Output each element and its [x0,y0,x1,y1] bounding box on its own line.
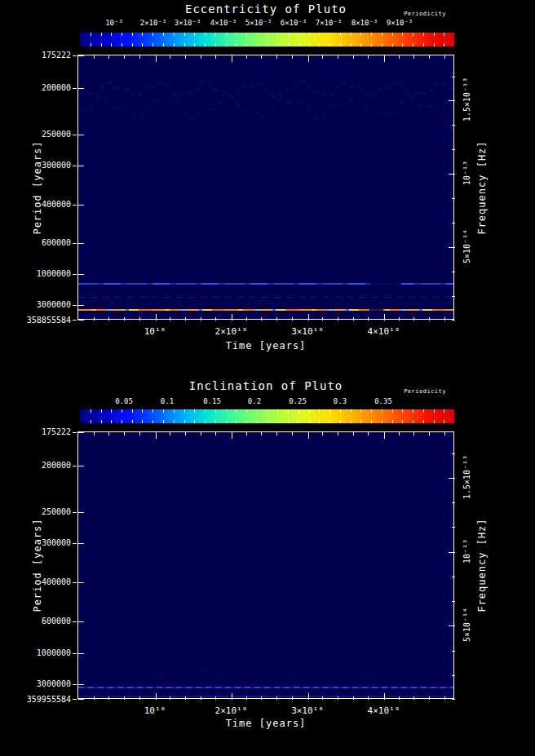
colorbar-tick [257,409,258,413]
colorbar-tick [184,33,185,36]
period-tick-label: 250000 [6,507,71,516]
colorbar-tick [382,420,382,423]
colorbar-tick [351,409,352,413]
colorbar-tick [382,409,382,413]
colorbar-tick [298,409,299,413]
plot-area-inclination [77,431,454,699]
colorbar-tick [122,43,122,46]
colorbar-tick [246,33,247,36]
colorbar-tick [288,43,289,46]
colorbar-tick [174,409,175,413]
colorbar-tick-label: 0.3 [334,397,347,405]
colorbar-tick [444,420,444,423]
colorbar-tick [277,409,278,413]
x-minor-tick [185,55,186,59]
colorbar-tick [444,43,444,46]
x-minor-tick [124,696,125,700]
x-minor-tick [413,432,414,435]
y-outer-tick [73,135,77,135]
x-major-tick [156,314,157,321]
colorbar-tick [371,420,372,423]
freq-minor-tick [452,272,455,272]
x-minor-tick [185,696,186,700]
colorbar-tick [434,43,435,46]
y-outer-tick [73,621,77,622]
x-minor-tick [215,317,216,321]
colorbar-tick [174,33,175,36]
freq-minor-tick [452,320,455,321]
colorbar-tick [444,409,444,413]
y-tick [78,135,84,135]
time-tick-label: 10¹⁰ [144,326,166,337]
x-minor-tick [368,317,369,321]
x-minor-tick [170,317,170,321]
colorbar-tick [298,420,299,423]
y-tick [78,466,84,466]
colorbar-tick [101,33,102,36]
colorbar-tick [288,33,289,36]
colorbar-tick [111,43,112,46]
y-tick [78,653,84,654]
x-minor-tick [399,696,400,700]
freq-minor-tick [452,527,455,528]
colorbar-tick [423,420,424,423]
x-minor-tick [429,55,430,59]
x-minor-tick [124,432,125,435]
colorbar-tick [257,420,258,423]
period-tick-label: 358855584 [6,316,71,325]
frequency-tick-label: 1.5×10⁻¹³ [462,455,471,499]
colorbar-tick [236,33,237,36]
frequency-tick-label: 10⁻¹³ [462,539,471,564]
colorbar-tick [236,420,237,423]
colorbar-title: Periodicity [77,11,446,17]
colorbar-tick [111,33,112,36]
x-minor-tick [322,317,323,321]
colorbar-tick [382,43,382,46]
colorbar-tick [142,33,143,36]
x-minor-tick [94,55,95,59]
colorbar-tick [205,420,206,423]
x-major-tick [308,693,309,700]
x-minor-tick [292,432,293,435]
colorbar-tick [392,409,393,413]
x-minor-tick [276,55,277,59]
x-major-tick [384,432,385,439]
x-minor-tick [399,317,400,321]
colorbar-tick [91,43,91,46]
colorbar-tick-labels: 0.050.10.150.20.250.30.35 [80,397,454,407]
colorbar-tick [360,409,361,413]
x-minor-tick [368,55,369,59]
x-minor-tick [413,696,414,700]
colorbar-tick [340,420,341,423]
colorbar-title: Periodicity [77,388,446,395]
colorbar-tick [413,43,413,46]
x-minor-tick [139,696,140,700]
x-major-tick [308,55,309,62]
colorbar-tick [360,33,361,36]
time-tick-label: 3×10¹⁰ [291,705,324,716]
x-minor-tick [399,432,400,435]
colorbar-tick [268,43,268,46]
colorbar-tick [329,409,330,413]
colorbar-tick [268,420,268,423]
frequency-tick-label: 10⁻¹³ [462,161,471,185]
colorbar-tick-label: 0.35 [374,397,392,405]
freq-minor-tick [452,453,455,454]
x-minor-tick [108,317,109,321]
colorbar-tick [257,43,258,46]
y-axis-label: Period [years] [32,140,43,234]
colorbar-tick [246,420,247,423]
x-major-tick [232,693,232,700]
colorbar-tick [309,420,310,423]
x-minor-tick [444,696,445,700]
colorbar-tick [277,33,278,36]
colorbar-tick [215,409,216,413]
y-tick [78,543,84,544]
figure-canvas: Eccentricity of Pluto Periodicity 10⁻³2×… [0,0,535,756]
colorbar-tick-label: 0.2 [248,397,261,405]
colorbar-tick [194,43,195,46]
x-minor-tick [338,317,338,321]
colorbar [80,33,454,46]
y-outer-tick [73,684,77,685]
right-axis-label: Frequency [Hz] [476,140,488,234]
